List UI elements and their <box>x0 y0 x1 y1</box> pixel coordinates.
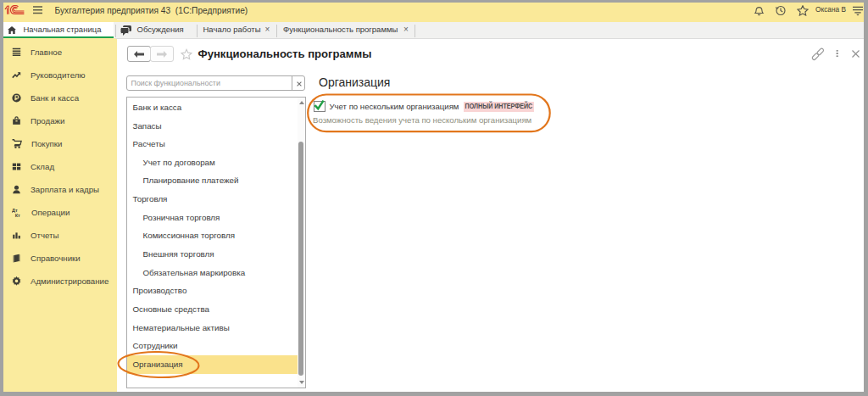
svg-text:Кт: Кт <box>15 213 20 217</box>
svg-text:Дт: Дт <box>12 208 18 213</box>
